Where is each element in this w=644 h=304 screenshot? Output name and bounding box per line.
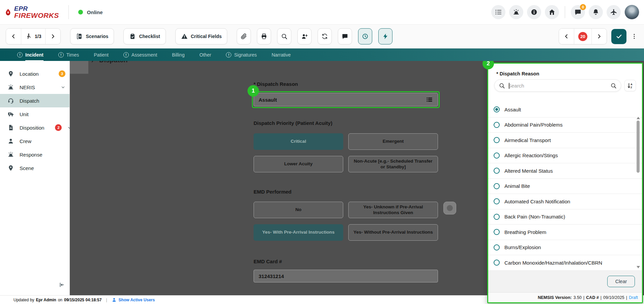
sidebar-item-location[interactable]: Location 3 bbox=[0, 67, 69, 80]
critical-fields-button[interactable]: Critical Fields bbox=[175, 28, 228, 44]
tab-label: Incident bbox=[25, 48, 43, 61]
emd-no-button[interactable]: No bbox=[254, 202, 343, 218]
show-active-users-label: Show Active Users bbox=[119, 298, 155, 302]
scenarios-button[interactable]: Scenarios bbox=[70, 28, 114, 44]
siren-button[interactable] bbox=[509, 5, 523, 19]
dispatch-reason-value: Assault bbox=[259, 97, 277, 103]
siren-icon bbox=[7, 151, 14, 158]
option-back-pain[interactable]: Back Pain (Non-Traumatic) bbox=[488, 209, 642, 225]
prev-error-button[interactable] bbox=[559, 29, 574, 44]
search-input[interactable] bbox=[508, 83, 610, 89]
tab-billing[interactable]: Billing bbox=[172, 48, 184, 61]
sidebar-item-label: Response bbox=[20, 152, 42, 158]
sidebar-collapse-icon[interactable] bbox=[59, 282, 65, 288]
tab-narrative[interactable]: Narrative bbox=[271, 48, 291, 61]
tab-other[interactable]: Other bbox=[199, 48, 211, 61]
error-count-indicator[interactable]: 20 bbox=[574, 29, 592, 44]
option-altered-mental-status[interactable]: Altered Mental Status bbox=[488, 163, 642, 179]
checklist-button[interactable]: Checklist bbox=[123, 28, 166, 44]
emd-yes-without-button[interactable]: Yes- Without Pre-Arrival Instructions bbox=[348, 224, 438, 241]
person-icon bbox=[7, 138, 14, 144]
clear-button[interactable]: Clear bbox=[607, 276, 635, 287]
sidebar-item-dispatch[interactable]: Dispatch bbox=[0, 94, 69, 107]
notifications-button[interactable] bbox=[589, 5, 603, 19]
scroll-edge-block bbox=[70, 61, 88, 74]
scroll-down-arrow-icon[interactable] bbox=[637, 266, 640, 268]
lightning-icon bbox=[382, 33, 389, 40]
tab-incident[interactable]: Incident bbox=[17, 48, 43, 61]
chat-badge: 0 bbox=[580, 4, 586, 10]
panel-scrollbar[interactable] bbox=[636, 117, 640, 268]
option-assault[interactable]: Assault bbox=[488, 102, 642, 117]
option-airmedical-transport[interactable]: Airmedical Transport bbox=[488, 133, 642, 148]
option-breathing-problem[interactable]: Breathing Problem bbox=[488, 225, 642, 240]
show-active-users-link[interactable]: Show Active Users bbox=[112, 297, 155, 302]
attachments-button[interactable] bbox=[237, 28, 251, 44]
tab-patient[interactable]: Patient bbox=[94, 48, 109, 61]
info-button[interactable] bbox=[527, 5, 541, 19]
time-tracking-button[interactable] bbox=[358, 28, 372, 44]
priority-emergent-button[interactable]: Emergent bbox=[348, 133, 438, 150]
emd-card-input[interactable] bbox=[254, 270, 438, 282]
scrollbar-thumb[interactable] bbox=[637, 121, 640, 173]
option-animal-bite[interactable]: Animal Bite bbox=[488, 179, 642, 194]
chat-button[interactable]: 0 bbox=[571, 5, 585, 19]
option-abdominal-pain[interactable]: Abdominal Pain/Problems bbox=[488, 117, 642, 133]
emd-clear-toggle[interactable] bbox=[443, 202, 456, 214]
user-avatar[interactable] bbox=[624, 5, 639, 20]
sidebar-item-label: Scene bbox=[20, 165, 34, 171]
tab-label: Signatures bbox=[234, 48, 257, 61]
priority-non-acute-button[interactable]: Non-Acute [e.g.- Scheduled Transfer or S… bbox=[348, 156, 438, 172]
draft-status-link[interactable]: Draft bbox=[629, 295, 638, 300]
search-button[interactable] bbox=[277, 28, 291, 44]
flight-mode-button[interactable] bbox=[607, 5, 621, 19]
tab-label: Times bbox=[66, 48, 79, 61]
map-pin-icon bbox=[7, 165, 14, 171]
comments-button[interactable] bbox=[338, 28, 352, 44]
quick-actions-button[interactable] bbox=[378, 28, 392, 44]
sidebar-item-neris[interactable]: NERIS bbox=[0, 80, 69, 94]
kebab-menu-icon bbox=[631, 33, 638, 40]
sort-az-button[interactable]: AZ bbox=[624, 80, 636, 91]
tab-times[interactable]: Times bbox=[58, 48, 79, 61]
record-toolbar: 1/3 Scenarios Checklist Critical Fields … bbox=[0, 24, 644, 48]
sidebar-item-unit[interactable]: Unit bbox=[0, 107, 69, 121]
text-cursor bbox=[509, 83, 509, 89]
prev-record-button[interactable] bbox=[6, 29, 21, 44]
emd-yes-with-button[interactable]: Yes- With Pre-Arrival Instructions bbox=[254, 224, 343, 241]
list-menu-button[interactable] bbox=[491, 5, 505, 19]
priority-critical-button[interactable]: Critical bbox=[254, 133, 343, 150]
app-header: EPR FIREWORKS Online 0 bbox=[0, 0, 644, 24]
tab-signatures[interactable]: Signatures bbox=[226, 48, 257, 61]
radio-icon bbox=[494, 244, 500, 250]
error-count-badge: 20 bbox=[578, 32, 587, 41]
sidebar-item-scene[interactable]: Scene bbox=[0, 161, 69, 175]
priority-lower-acuity-button[interactable]: Lower Acuity bbox=[254, 156, 343, 172]
printer-icon bbox=[261, 33, 267, 40]
option-automated-crash-notification[interactable]: Automated Crash Notification bbox=[488, 194, 642, 209]
validation-nav-group: 20 bbox=[559, 28, 607, 44]
list-menu-icon bbox=[495, 8, 502, 16]
emd-yes-unknown-button[interactable]: Yes- Unknown if Pre-Arrival Instructions… bbox=[348, 202, 438, 218]
sidebar-item-disposition[interactable]: Disposition 2 bbox=[0, 121, 69, 134]
header-divider bbox=[68, 5, 69, 19]
sidebar-item-crew[interactable]: Crew bbox=[0, 134, 69, 148]
next-error-button[interactable] bbox=[592, 29, 607, 44]
option-burns-explosion[interactable]: Burns/Explosion bbox=[488, 240, 642, 256]
sidebar-item-response[interactable]: Response bbox=[0, 148, 69, 161]
home-button[interactable] bbox=[545, 5, 559, 19]
validate-button[interactable] bbox=[611, 29, 626, 44]
print-button[interactable] bbox=[257, 28, 271, 44]
tab-assessment[interactable]: Assessment bbox=[123, 48, 157, 61]
record-indicator[interactable]: 1/3 bbox=[21, 29, 46, 44]
dispatch-reason-field[interactable]: Assault bbox=[254, 93, 438, 106]
option-carbon-monoxide[interactable]: Carbon Monoxide/Hazmat/Inhalation/CBRN bbox=[488, 255, 642, 271]
search-pill[interactable] bbox=[494, 79, 621, 92]
scroll-up-arrow-icon[interactable] bbox=[637, 117, 640, 119]
sync-button[interactable] bbox=[318, 28, 332, 44]
option-allergic-reaction[interactable]: Allergic Reaction/Stings bbox=[488, 148, 642, 164]
location-badge: 3 bbox=[59, 70, 65, 77]
add-user-button[interactable] bbox=[297, 28, 312, 44]
more-options-button[interactable] bbox=[631, 32, 638, 41]
next-record-button[interactable] bbox=[46, 29, 60, 44]
